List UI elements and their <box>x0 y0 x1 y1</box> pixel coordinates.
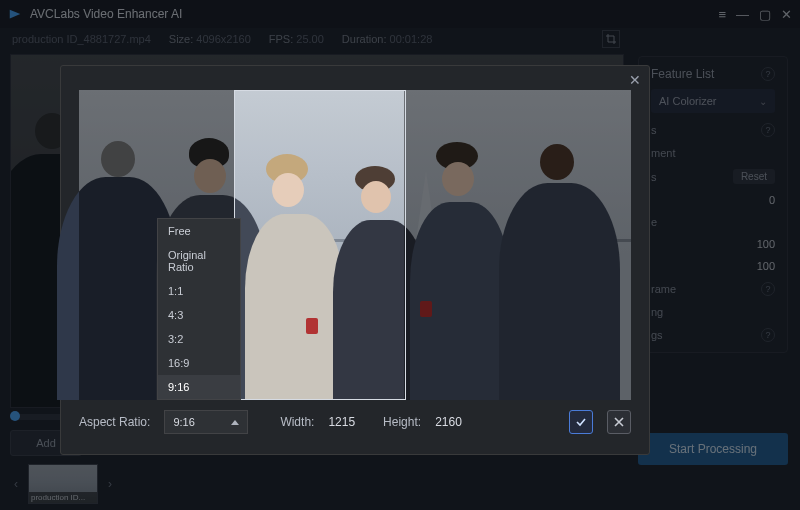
ratio-option-original[interactable]: Original Ratio <box>158 243 240 279</box>
width-value: 1215 <box>328 415 355 429</box>
ratio-option-16-9[interactable]: 16:9 <box>158 351 240 375</box>
height-label: Height: <box>383 415 421 429</box>
aspect-ratio-select[interactable]: 9:16 <box>164 410 248 434</box>
modal-backdrop: ✕ Free Original Ratio 1:1 4:3 <box>0 0 800 510</box>
height-value: 2160 <box>435 415 462 429</box>
crop-canvas[interactable]: Free Original Ratio 1:1 4:3 3:2 16:9 9:1… <box>79 90 631 400</box>
ratio-option-3-2[interactable]: 3:2 <box>158 327 240 351</box>
ratio-option-1-1[interactable]: 1:1 <box>158 279 240 303</box>
crop-dim-right <box>404 90 631 400</box>
aspect-ratio-menu: Free Original Ratio 1:1 4:3 3:2 16:9 9:1… <box>157 218 241 400</box>
aspect-ratio-value: 9:16 <box>173 416 194 428</box>
aspect-ratio-label: Aspect Ratio: <box>79 415 150 429</box>
confirm-crop-button[interactable] <box>569 410 593 434</box>
cancel-crop-button[interactable] <box>607 410 631 434</box>
ratio-option-9-16[interactable]: 9:16 <box>158 375 240 399</box>
chevron-up-icon <box>231 420 239 425</box>
width-label: Width: <box>280 415 314 429</box>
crop-region[interactable] <box>234 90 406 400</box>
crop-dialog: ✕ Free Original Ratio 1:1 4:3 <box>60 65 650 455</box>
ratio-option-4-3[interactable]: 4:3 <box>158 303 240 327</box>
dialog-close-icon[interactable]: ✕ <box>629 72 641 88</box>
ratio-option-free[interactable]: Free <box>158 219 240 243</box>
crop-dialog-footer: Aspect Ratio: 9:16 Width: 1215 Height: 2… <box>61 400 649 444</box>
